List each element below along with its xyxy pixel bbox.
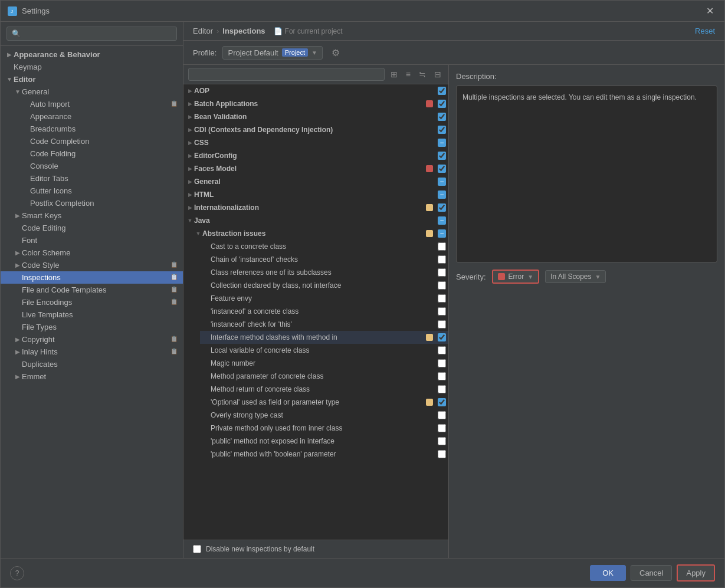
- sidebar-item-editor[interactable]: ▼ Editor: [1, 73, 183, 86]
- sidebar-item-code-style[interactable]: ▶ Code Style 📋: [1, 259, 183, 271]
- insp-row-css[interactable]: ▶ CSS: [183, 136, 448, 149]
- insp-row-magic-number[interactable]: Magic number: [200, 357, 448, 370]
- sidebar-item-general[interactable]: ▼ General: [1, 86, 183, 98]
- insp-row-collection[interactable]: Collection declared by class, not interf…: [200, 279, 448, 292]
- insp-checkbox[interactable]: [438, 411, 446, 419]
- insp-row-public-exposed[interactable]: 'public' method not exposed in interface: [200, 435, 448, 448]
- gear-button[interactable]: ⚙: [329, 45, 343, 60]
- insp-row-cdi[interactable]: ▶ CDI (Contexts and Dependency Injection…: [183, 123, 448, 136]
- sidebar-item-duplicates[interactable]: Duplicates: [1, 358, 183, 370]
- insp-row-feature-envy[interactable]: Feature envy: [200, 292, 448, 305]
- close-button[interactable]: ✕: [703, 4, 717, 18]
- sidebar-item-appearance-behavior[interactable]: ▶ Appearance & Behavior: [1, 48, 183, 61]
- profile-select[interactable]: Project Default Project ▼: [222, 46, 322, 60]
- insp-row-i18n[interactable]: ▶ Internationalization: [183, 201, 448, 214]
- collapse-button[interactable]: ≒: [416, 68, 428, 80]
- sidebar-item-color-scheme[interactable]: ▶ Color Scheme: [1, 247, 183, 259]
- insp-row-cast-concrete[interactable]: Cast to a concrete class: [200, 240, 448, 253]
- insp-checkbox[interactable]: [438, 126, 446, 134]
- insp-checkbox[interactable]: [438, 437, 446, 445]
- sidebar-item-label: Copyright: [22, 335, 170, 344]
- insp-row-faces[interactable]: ▶ Faces Model: [183, 162, 448, 175]
- severity-select[interactable]: Error ▼: [492, 270, 540, 284]
- insp-row-aop[interactable]: ▶ AOP: [183, 84, 448, 97]
- sidebar-item-emmet[interactable]: ▶ Emmet: [1, 370, 183, 383]
- sidebar-item-appearance[interactable]: Appearance: [1, 110, 183, 123]
- insp-checkbox[interactable]: [438, 424, 446, 432]
- insp-row-editorconfig[interactable]: ▶ EditorConfig: [183, 149, 448, 162]
- sidebar-item-code-editing[interactable]: Code Editing: [1, 222, 183, 234]
- reset-button[interactable]: Reset: [695, 27, 715, 35]
- insp-checkbox[interactable]: [438, 152, 446, 160]
- expand-button[interactable]: ≡: [403, 68, 413, 80]
- arrow-icon: ▼: [14, 88, 22, 95]
- insp-checkbox[interactable]: [438, 359, 446, 367]
- insp-checkbox[interactable]: [438, 307, 446, 316]
- insp-checkbox[interactable]: [438, 100, 446, 108]
- insp-row-interface-clash[interactable]: Interface method clashes with method in: [200, 331, 448, 344]
- sidebar-item-editor-tabs[interactable]: Editor Tabs: [1, 172, 183, 185]
- insp-checkbox[interactable]: [438, 333, 446, 341]
- insp-row-general[interactable]: ▶ General: [183, 175, 448, 188]
- sidebar-search-input[interactable]: [6, 27, 177, 41]
- insp-checkbox[interactable]: [438, 294, 446, 303]
- sidebar-item-gutter-icons[interactable]: Gutter Icons: [1, 185, 183, 197]
- sidebar-item-postfix[interactable]: Postfix Completion: [1, 197, 183, 209]
- insp-checkbox[interactable]: [438, 346, 446, 354]
- sidebar-item-code-completion[interactable]: Code Completion: [1, 135, 183, 147]
- cancel-button[interactable]: Cancel: [631, 565, 672, 581]
- insp-row-optional[interactable]: 'Optional' used as field or parameter ty…: [200, 396, 448, 409]
- layout-button[interactable]: ⊟: [432, 68, 444, 80]
- sidebar-item-file-encodings[interactable]: File Encodings 📋: [1, 296, 183, 308]
- insp-row-instanceof-concrete[interactable]: 'instanceof' a concrete class: [200, 305, 448, 318]
- sidebar-item-console[interactable]: Console: [1, 160, 183, 172]
- insp-checkbox[interactable]: [438, 203, 446, 212]
- sidebar-item-copyright[interactable]: ▶ Copyright 📋: [1, 333, 183, 346]
- insp-checkbox[interactable]: [438, 255, 446, 264]
- insp-checkbox[interactable]: [438, 398, 446, 406]
- insp-row-class-ref[interactable]: Class references one of its subclasses: [200, 266, 448, 279]
- insp-row-method-return[interactable]: Method return of concrete class: [200, 383, 448, 396]
- apply-button[interactable]: Apply: [677, 564, 715, 582]
- sidebar-item-file-code-templates[interactable]: File and Code Templates 📋: [1, 284, 183, 296]
- insp-checkbox[interactable]: [438, 113, 446, 121]
- insp-row-instanceof-this[interactable]: 'instanceof' check for 'this': [200, 318, 448, 331]
- sidebar-item-live-templates[interactable]: Live Templates: [1, 308, 183, 321]
- sidebar-item-auto-import[interactable]: Auto Import 📋: [1, 98, 183, 110]
- insp-checkbox[interactable]: [438, 165, 446, 173]
- insp-checkbox[interactable]: [438, 450, 446, 458]
- insp-checkbox[interactable]: [438, 242, 446, 251]
- sidebar-item-file-types[interactable]: File Types: [1, 321, 183, 333]
- sidebar-item-inspections[interactable]: Inspections 📋: [1, 271, 183, 284]
- sidebar-item-font[interactable]: Font: [1, 234, 183, 247]
- insp-checkbox[interactable]: [438, 320, 446, 329]
- insp-row-java[interactable]: ▼ Java: [183, 214, 448, 227]
- insp-checkbox[interactable]: [438, 87, 446, 95]
- insp-row-overly-strong[interactable]: Overly strong type cast: [200, 409, 448, 422]
- sidebar-item-smart-keys[interactable]: ▶ Smart Keys: [1, 209, 183, 222]
- sidebar-item-code-folding[interactable]: Code Folding: [1, 147, 183, 160]
- sidebar-item-breadcrumbs[interactable]: Breadcrumbs: [1, 123, 183, 135]
- ok-button[interactable]: OK: [590, 565, 626, 581]
- help-button[interactable]: ?: [10, 566, 24, 580]
- insp-row-private-inner[interactable]: Private method only used from inner clas…: [200, 422, 448, 435]
- insp-row-batch[interactable]: ▶ Batch Applications: [183, 97, 448, 110]
- insp-row-method-param[interactable]: Method parameter of concrete class: [200, 370, 448, 383]
- filter-button[interactable]: ⊞: [388, 68, 400, 80]
- insp-row-bean[interactable]: ▶ Bean Validation: [183, 110, 448, 123]
- insp-row-public-boolean[interactable]: 'public' method with 'boolean' parameter: [200, 448, 448, 461]
- inspection-search-input[interactable]: [188, 68, 385, 81]
- insp-row-abstraction[interactable]: ▼ Abstraction issues: [192, 227, 448, 240]
- scope-select[interactable]: In All Scopes ▼: [545, 270, 606, 283]
- insp-row-html[interactable]: ▶ HTML: [183, 188, 448, 201]
- insp-row-chain-instanceof[interactable]: Chain of 'instanceof' checks: [200, 253, 448, 266]
- disable-new-checkbox[interactable]: [193, 545, 201, 553]
- insp-checkbox[interactable]: [438, 281, 446, 290]
- severity-dot: [426, 230, 433, 237]
- insp-checkbox[interactable]: [438, 385, 446, 393]
- insp-checkbox[interactable]: [438, 268, 446, 277]
- insp-row-local-var[interactable]: Local variable of concrete class: [200, 344, 448, 357]
- insp-checkbox[interactable]: [438, 372, 446, 380]
- sidebar-item-inlay-hints[interactable]: ▶ Inlay Hints 📋: [1, 346, 183, 358]
- sidebar-item-keymap[interactable]: Keymap: [1, 61, 183, 73]
